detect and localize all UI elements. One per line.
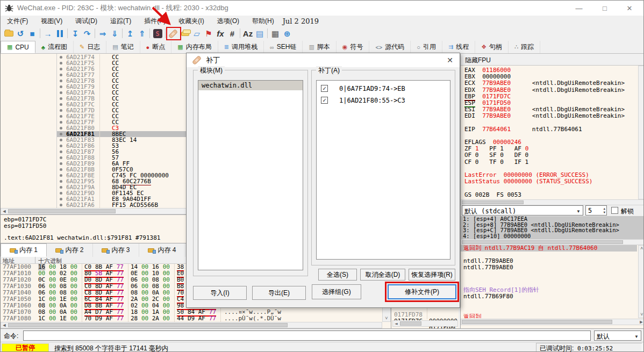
select-all-button[interactable]: 全选(S) [318, 269, 357, 281]
patch-dialog-titlebar[interactable]: 补丁 ✕ [187, 53, 460, 67]
pause-icon[interactable] [54, 27, 66, 40]
hide-fpu-header[interactable]: 隐藏FPU [461, 54, 644, 66]
menu-item-6[interactable]: 选项(O) [211, 16, 246, 27]
module-list-item[interactable]: wechatwin.dll [198, 81, 303, 90]
menu-item-0[interactable]: 文件(F) [1, 16, 34, 27]
breakpoint-dot[interactable] [60, 174, 62, 177]
breakpoint-dot[interactable] [60, 127, 62, 130]
register-line[interactable]: LastStatus 00000000 (STATUS_SUCCESS) [464, 178, 638, 185]
patch-list-item[interactable]: ✓0|6A7F1AD9:74->EB [317, 83, 450, 95]
dump-tab-1[interactable]: 内存 1 [1, 243, 47, 257]
menu-item-4[interactable]: 插件(P) [138, 16, 172, 27]
restart-icon[interactable]: ↺ [15, 27, 26, 40]
breakpoint-dot[interactable] [60, 68, 62, 70]
registers-vscrollbar[interactable] [638, 66, 644, 199]
tab-符号[interactable]: ◉符号 [337, 41, 370, 53]
unlock-checkbox[interactable] [611, 207, 618, 214]
tab-CPU[interactable]: ▦CPU [1, 41, 35, 53]
breakpoint-dot[interactable] [60, 121, 62, 124]
breakpoint-dot[interactable] [60, 115, 62, 118]
hash-icon[interactable]: # [226, 27, 238, 40]
stop-icon[interactable]: ■ [26, 27, 38, 40]
followed-pane-hscrollbar[interactable]: ► [461, 319, 644, 325]
tab-流程图[interactable]: ♣流程图 [35, 41, 74, 53]
label-icon[interactable]: ▱ [191, 27, 203, 40]
settings-icon[interactable]: S [152, 27, 163, 40]
stack-arguments-list[interactable]: 1: [esp+4] A0C17EEA2: [esp+8] 77B9ABE0 <… [461, 216, 644, 239]
register-line[interactable]: EIP 77B64061 ntdll.77B64061 [464, 126, 638, 133]
breakpoint-dot[interactable] [60, 180, 62, 183]
breakpoint-dot[interactable] [60, 103, 62, 106]
breakpoint-dot[interactable] [60, 145, 62, 147]
menu-item-2[interactable]: 调试(D) [69, 16, 104, 27]
breakpoint-dot[interactable] [60, 192, 62, 195]
breakpoint-dot[interactable] [60, 156, 62, 159]
followed-pane-vscrollbar[interactable]: ˄ ˅ [638, 245, 644, 318]
animate-into-icon[interactable]: ⇒ [97, 27, 109, 40]
breakpoint-dot[interactable] [60, 80, 62, 82]
breakpoint-dot[interactable] [60, 139, 62, 141]
stack-hscrollbar[interactable]: ◄ [392, 320, 458, 327]
patch-checkbox[interactable]: ✓ [321, 85, 328, 92]
register-line[interactable]: EDI 77B9ABE0 <ntdll.DbgUiRemoteBreakin> [464, 113, 638, 119]
breakpoint-dot[interactable] [60, 62, 62, 64]
registers-list[interactable]: EAX 01186000EBX 00000000ECX 77B9ABE0 <nt… [461, 66, 638, 199]
tab-脚本[interactable]: ▥脚本 [303, 41, 336, 53]
tab-句柄[interactable]: ❖句柄 [475, 41, 509, 53]
function-analysis-icon[interactable]: fx [214, 27, 226, 40]
patch-file-button[interactable]: 修补文件(P) [388, 284, 456, 299]
dialog-close-icon[interactable]: ✕ [447, 56, 453, 64]
module-list[interactable]: wechatwin.dll [198, 80, 303, 270]
tab-引用[interactable]: ○引用 [411, 41, 442, 53]
maximize-button[interactable]: □ [593, 1, 617, 16]
calling-convention-select[interactable]: 默认 (stdcall)▼ [462, 205, 583, 215]
command-input[interactable] [23, 331, 591, 341]
animate-over-icon[interactable]: ⇓ [109, 27, 120, 40]
registers-hscrollbar[interactable] [461, 199, 644, 205]
breakpoint-dot[interactable] [60, 74, 62, 76]
open-file-icon[interactable] [3, 27, 15, 40]
step-into-icon[interactable]: ↧ [69, 27, 81, 40]
dump-row[interactable]: 77AF10801C 00 1E 0070 D9 AF 7728 00 2A 0… [1, 315, 382, 322]
followed-address-pane[interactable]: 返回到 ntdll.77B9AC19 自 ntdll.77B64060 ntdl… [461, 245, 644, 318]
breakpoint-dot[interactable] [60, 162, 62, 165]
run-icon[interactable]: → [42, 27, 54, 40]
tab-SEH链[interactable]: ∞SEH链 [264, 41, 303, 53]
modules-icon[interactable]: ▤ [254, 27, 266, 40]
breakpoint-dot[interactable] [60, 168, 62, 171]
tab-调用堆栈[interactable]: ≣调用堆栈 [218, 41, 264, 53]
arguments-hscrollbar[interactable] [461, 239, 644, 245]
breakpoint-dot[interactable] [60, 56, 62, 59]
calculator-icon[interactable]: ▦ [269, 27, 281, 40]
menu-item-1[interactable]: 视图(V) [34, 16, 69, 27]
breakpoint-dot[interactable] [60, 150, 62, 153]
restore-selection-button[interactable]: 恢复选择项(R) [409, 269, 455, 281]
menu-item-3[interactable]: 追踪(T) [104, 16, 138, 27]
dump-tab-4[interactable]: 内存 4 [139, 243, 185, 257]
breakpoint-dot[interactable] [60, 186, 62, 189]
register-line[interactable]: GS 002B FS 0053 [464, 192, 638, 198]
patch-list-item[interactable]: ✓1|6AD21F80:55->C3 [317, 95, 450, 106]
step-out-icon[interactable]: ↥ [124, 27, 136, 40]
patch-checkbox[interactable]: ✓ [321, 97, 328, 104]
strings-icon[interactable]: Az [242, 27, 254, 40]
breakpoint-dot[interactable] [60, 109, 62, 112]
tab-线程[interactable]: ⇉线程 [442, 41, 475, 53]
menu-item-7[interactable]: 帮助(H) [246, 16, 281, 27]
tab-日志[interactable]: ✎日志 [74, 41, 106, 53]
command-profile-select[interactable]: 默认▼ [594, 331, 641, 341]
select-group-button[interactable]: 选择组(G) [312, 284, 361, 299]
minimize-button[interactable]: — [567, 1, 591, 16]
argument-depth-spinner[interactable]: 5 ▲▼ [585, 205, 607, 215]
patch-list[interactable]: ✓0|6A7F1AD9:74->EB✓1|6AD21F80:55->C3 [316, 80, 450, 260]
tab-笔记[interactable]: ▤笔记 [106, 41, 140, 53]
run-to-user-code-icon[interactable]: ⇑ [136, 27, 148, 40]
tab-断点[interactable]: ●断点 [140, 41, 172, 53]
tab-内存布局[interactable]: ▦内存布局 [171, 41, 218, 53]
bookmark-icon[interactable]: ⚑ [203, 27, 214, 40]
close-button[interactable]: ✕ [618, 1, 641, 16]
dump-hscrollbar[interactable]: ◄ [1, 322, 382, 328]
stack-row[interactable]: 0171FD7C 0171FD8C [391, 312, 459, 318]
deselect-all-button[interactable]: 取消全选(D) [360, 269, 405, 281]
breakpoint-dot[interactable] [60, 91, 62, 94]
